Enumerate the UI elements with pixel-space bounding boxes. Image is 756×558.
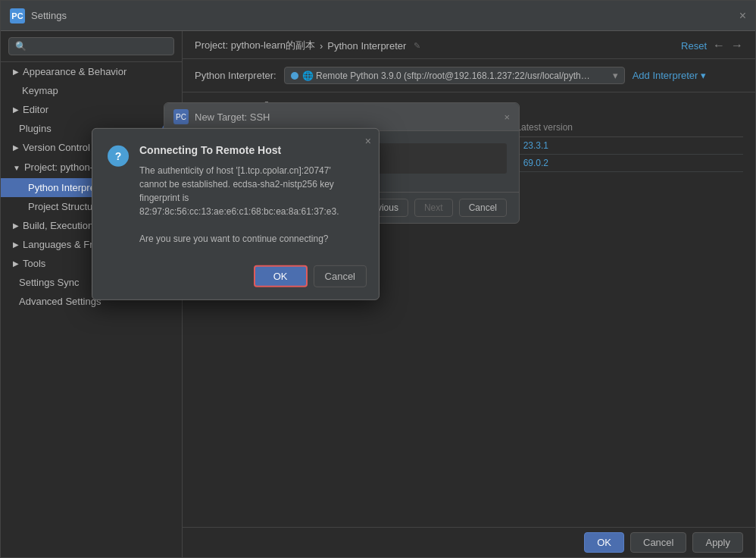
close-button[interactable]: ×	[739, 9, 746, 23]
chevron-right-icon: ▶	[13, 143, 19, 152]
col-latest: Latest version	[508, 118, 743, 137]
sidebar-item-label: Keymap	[22, 85, 58, 96]
sidebar-item-label: Settings Sync	[19, 277, 80, 288]
interpreter-selector[interactable]: 🌐 Remote Python 3.9.0 (sftp://root@192.1…	[284, 67, 625, 84]
interpreter-value: 🌐 Remote Python 3.9.0 (sftp://root@192.1…	[302, 71, 609, 81]
chevron-down-icon: ▾	[613, 70, 618, 81]
ssh-next-button[interactable]: Next	[414, 199, 453, 217]
confirm-dialog-footer: OK Cancel	[92, 258, 379, 299]
cancel-button[interactable]: Cancel	[630, 532, 686, 553]
chevron-right-icon: ▶	[13, 221, 19, 230]
sidebar-item-keymap[interactable]: Keymap	[1, 81, 182, 100]
sidebar-item-label: Plugins	[19, 123, 52, 134]
sidebar-item-label: Appearance & Behavior	[23, 66, 127, 77]
ssh-close-button[interactable]: ×	[504, 111, 510, 123]
interpreter-label: Python Interpreter:	[195, 70, 276, 81]
main-header: Project: python-learn的副本 › Python Interp…	[183, 31, 755, 59]
settings-window: PC Settings × ▶ Appearance & Behavior Ke…	[0, 0, 756, 558]
confirm-dialog: × ? Connecting To Remote Host The authen…	[92, 128, 380, 300]
interpreter-row: Python Interpreter: 🌐 Remote Python 3.9.…	[183, 59, 755, 92]
app-icon: PC	[10, 8, 25, 24]
confirm-question-icon: ?	[108, 146, 129, 167]
package-latest: ↑ 23.3.1	[508, 137, 743, 155]
sidebar-item-label: Advanced Settings	[19, 296, 101, 307]
search-bar	[1, 31, 182, 62]
breadcrumb-project: Project: python-learn的副本	[195, 39, 315, 52]
interpreter-status-icon	[291, 72, 298, 80]
search-input[interactable]	[8, 37, 174, 55]
ok-button[interactable]: OK	[584, 532, 624, 553]
sidebar-item-editor[interactable]: ▶ Editor	[1, 100, 182, 119]
confirm-ok-button[interactable]: OK	[254, 265, 308, 287]
forward-button[interactable]: →	[731, 39, 743, 52]
sidebar-item-label: Project Structure	[28, 201, 102, 212]
breadcrumb-sep: ›	[320, 40, 323, 52]
sidebar-item-label: Editor	[23, 104, 48, 115]
bottom-bar: OK Cancel Apply	[183, 527, 755, 557]
chevron-down-icon: ▼	[13, 164, 20, 172]
chevron-right-icon: ▶	[13, 67, 19, 76]
confirm-dialog-message: The authenticity of host '[1.tcp.cpolar.…	[139, 164, 339, 246]
confirm-dialog-title: Connecting To Remote Host	[139, 144, 339, 156]
sidebar-item-label: Version Control	[23, 142, 90, 153]
breadcrumb: Project: python-learn的副本 › Python Interp…	[195, 39, 420, 52]
back-button[interactable]: ←	[713, 39, 725, 52]
confirm-dialog-body: ? Connecting To Remote Host The authenti…	[92, 129, 379, 258]
add-interpreter-button[interactable]: Add Interpreter ▾	[633, 70, 706, 81]
titlebar: PC Settings ×	[1, 1, 755, 31]
ssh-cancel-button[interactable]: Cancel	[459, 199, 507, 217]
chevron-right-icon: ▶	[13, 105, 19, 114]
sidebar-item-label: Tools	[23, 258, 45, 269]
header-actions: Reset ← →	[681, 39, 743, 52]
ssh-dialog-header: PC New Target: SSH ×	[164, 103, 519, 131]
confirm-dialog-text: Connecting To Remote Host The authentici…	[139, 144, 339, 246]
confirm-cancel-button[interactable]: Cancel	[314, 265, 367, 287]
ssh-dialog-icon: PC	[173, 109, 189, 124]
package-latest: ↑ 69.0.2	[508, 155, 743, 172]
ssh-dialog-title: New Target: SSH	[195, 111, 270, 123]
apply-button[interactable]: Apply	[692, 532, 743, 553]
confirm-close-button[interactable]: ×	[365, 135, 371, 147]
reset-button[interactable]: Reset	[681, 40, 707, 52]
chevron-right-icon: ▶	[13, 259, 19, 268]
chevron-right-icon: ▶	[13, 240, 19, 249]
sidebar-item-appearance[interactable]: ▶ Appearance & Behavior	[1, 62, 182, 81]
breadcrumb-current: Python Interpreter	[327, 40, 406, 52]
window-title: Settings	[31, 10, 67, 21]
edit-icon: ✎	[414, 41, 420, 51]
